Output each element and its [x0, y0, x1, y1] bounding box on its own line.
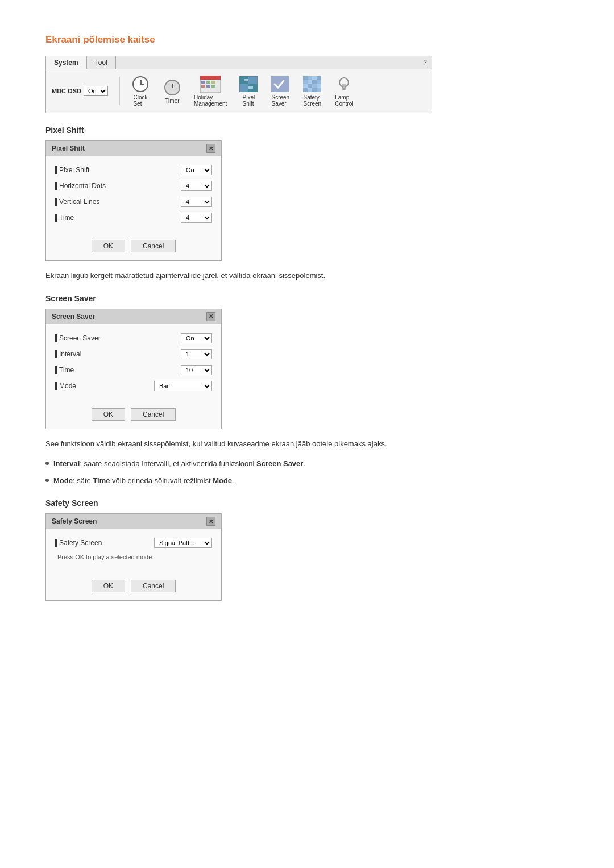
bullet-mode: Mode: säte Time võib erineda sõltuvalt r…: [45, 475, 569, 487]
safety-screen-section-title: Safety Screen: [45, 499, 569, 508]
mdc-osd-control: MDC OSD On Off: [52, 86, 108, 96]
toolbar-item-lamp-control[interactable]: LampControl: [329, 73, 359, 109]
safety-screen-toolbar-icon: [302, 75, 322, 93]
screen-saver-value-select[interactable]: On Off: [181, 333, 212, 343]
label-bar-ss-2: [55, 350, 57, 358]
pixel-shift-title-bar: Pixel Shift ✕: [46, 141, 221, 156]
svg-rect-2: [201, 81, 205, 84]
pixel-shift-row-1-label: Pixel Shift: [55, 166, 181, 174]
svg-rect-18: [312, 76, 317, 80]
toolbar-item-clock-set[interactable]: ClockSet: [126, 73, 155, 109]
safety-screen-value-select[interactable]: Signal Patt... All White Scroll Fading S…: [154, 538, 212, 548]
pixel-shift-dialog-title: Pixel Shift: [52, 144, 85, 152]
horizontal-dots-select[interactable]: 4 1 2 3: [181, 181, 212, 191]
screen-saver-label: ScreenSaver: [271, 94, 289, 107]
pixel-shift-row-2: Horizontal Dots 4 1 2 3: [55, 181, 212, 191]
pixel-shift-row-1: Pixel Shift On Off: [55, 165, 212, 175]
safety-screen-close-button[interactable]: ✕: [206, 517, 215, 526]
screen-saver-footer: OK Cancel: [46, 402, 221, 429]
lamp-control-label: LampControl: [335, 94, 353, 107]
pixel-shift-description: Ekraan liigub kergelt määratletud ajaint…: [45, 270, 569, 281]
pixel-shift-row-2-label: Horizontal Dots: [55, 182, 181, 190]
safety-screen-ok-button[interactable]: OK: [92, 580, 125, 592]
safety-screen-dialog-title: Safety Screen: [52, 517, 97, 525]
mdc-osd-select[interactable]: On Off: [84, 86, 108, 96]
label-bar-icon-3: [55, 198, 57, 206]
safety-screen-row-1: Safety Screen Signal Patt... All White S…: [55, 538, 212, 548]
svg-rect-1: [200, 76, 221, 80]
pixel-shift-cancel-button[interactable]: Cancel: [131, 240, 176, 252]
svg-rect-26: [312, 84, 317, 88]
pixel-shift-time-select[interactable]: 4 1 2 3: [181, 213, 212, 223]
svg-rect-6: [206, 85, 210, 88]
toolbar-item-timer[interactable]: Timer: [157, 76, 187, 106]
pixel-shift-ok-button[interactable]: OK: [92, 240, 125, 252]
timer-icon: [162, 78, 182, 97]
timer-label: Timer: [165, 98, 179, 104]
svg-rect-20: [303, 80, 308, 84]
mdc-osd-label: MDC OSD: [52, 88, 81, 94]
label-bar-icon-4: [55, 214, 57, 222]
screen-saver-time-select[interactable]: 10 5 15 20: [181, 365, 212, 375]
svg-rect-24: [303, 84, 308, 88]
label-bar-ss-1: [55, 334, 57, 342]
vertical-lines-select[interactable]: 4 1 2 3: [181, 197, 212, 207]
screen-saver-row-2-label: Interval: [55, 350, 181, 358]
screen-saver-bullets: Interval: saate seadistada intervalli, e…: [45, 458, 569, 486]
screen-saver-title-bar: Screen Saver ✕: [46, 309, 221, 324]
toolbar-item-safety-screen[interactable]: SafetyScreen: [297, 73, 327, 109]
safety-screen-cancel-button[interactable]: Cancel: [131, 580, 176, 592]
svg-rect-29: [308, 88, 312, 92]
safety-screen-dialog: Safety Screen ✕ Safety Screen Signal Pat…: [45, 513, 222, 601]
toolbar-item-screen-saver[interactable]: ScreenSaver: [265, 73, 295, 109]
svg-rect-4: [211, 81, 215, 84]
help-button[interactable]: ?: [418, 56, 432, 69]
toolbar-item-holiday[interactable]: HolidayManagement: [189, 73, 231, 109]
screen-saver-row-3-label: Time: [55, 366, 181, 374]
screen-saver-close-button[interactable]: ✕: [206, 312, 215, 321]
interval-select[interactable]: 1 2 3: [181, 349, 212, 359]
bullet-mode-text: Mode: säte Time võib erineda sõltuvalt r…: [53, 475, 234, 487]
tab-system[interactable]: System: [46, 56, 87, 69]
screen-saver-row-1: Screen Saver On Off: [55, 333, 212, 343]
safety-screen-row-1-label: Safety Screen: [55, 539, 154, 547]
pixel-shift-value-select[interactable]: On Off: [181, 165, 212, 175]
pixel-shift-footer: OK Cancel: [46, 234, 221, 260]
pixel-shift-body: Pixel Shift On Off Horizontal Dots 4 1 2…: [46, 156, 221, 234]
svg-rect-5: [201, 85, 205, 88]
screen-saver-dialog: Screen Saver ✕ Screen Saver On Off Inter…: [45, 309, 222, 429]
pixel-shift-row-4-label: Time: [55, 214, 181, 222]
svg-rect-28: [303, 88, 308, 92]
bullet-dot-2: [45, 479, 49, 482]
svg-rect-25: [308, 84, 312, 88]
pixel-shift-close-button[interactable]: ✕: [206, 144, 215, 153]
page-title: Ekraani põlemise kaitse: [45, 34, 569, 45]
screen-saver-row-4-label: Mode: [55, 382, 154, 390]
lamp-control-icon: [334, 75, 354, 93]
screen-saver-ok-button[interactable]: OK: [92, 408, 125, 421]
label-bar-safe-1: [55, 539, 57, 547]
label-bar-icon: [55, 166, 57, 174]
svg-rect-19: [317, 76, 321, 80]
bullet-interval: Interval: saate seadistada intervalli, e…: [45, 458, 569, 470]
tab-tool[interactable]: Tool: [87, 56, 116, 69]
svg-rect-30: [312, 88, 317, 92]
toolbar-item-pixel-shift[interactable]: PixelShift: [234, 73, 263, 109]
svg-rect-17: [308, 76, 312, 80]
pixel-shift-row-3-label: Vertical Lines: [55, 198, 181, 206]
svg-rect-7: [211, 85, 215, 88]
clock-set-label: ClockSet: [133, 94, 147, 107]
screen-saver-row-4: Mode Bar Erasing Pixel Rolling Bar Fadin…: [55, 381, 212, 391]
screen-saver-cancel-button[interactable]: Cancel: [131, 408, 176, 421]
toolbar: System Tool ? MDC OSD On Off ClockSet Ti…: [45, 56, 432, 113]
screen-saver-section-title: Screen Saver: [45, 294, 569, 303]
svg-rect-3: [206, 81, 210, 84]
bullet-dot-1: [45, 462, 49, 465]
screen-saver-row-3: Time 10 5 15 20: [55, 365, 212, 375]
screen-saver-toolbar-icon: [270, 75, 291, 93]
svg-rect-16: [303, 76, 308, 80]
toolbar-tabs: System Tool ?: [46, 56, 432, 69]
mode-select[interactable]: Bar Erasing Pixel Rolling Bar Fading Scr…: [154, 381, 212, 391]
svg-rect-23: [317, 80, 321, 84]
safety-screen-note: Press OK to play a selected mode.: [55, 554, 212, 560]
